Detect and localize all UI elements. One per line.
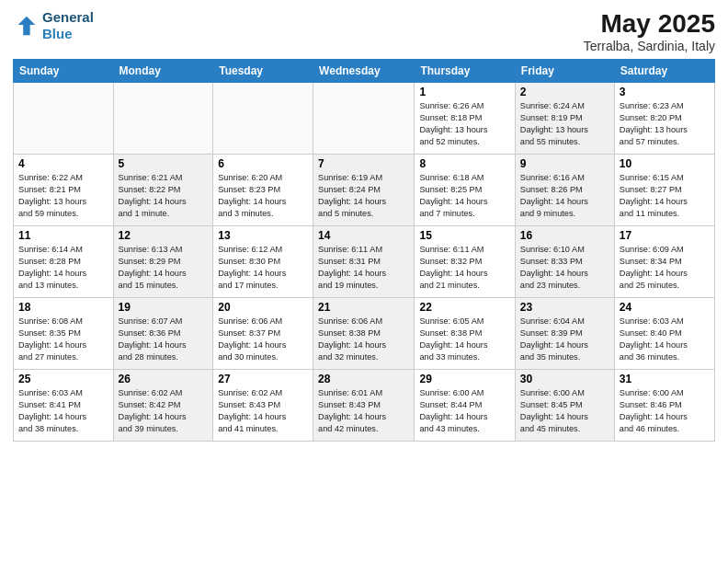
week-row-3: 11Sunrise: 6:14 AM Sunset: 8:28 PM Dayli… (14, 226, 715, 298)
cal-cell (14, 83, 114, 155)
cell-info: Sunrise: 6:01 AM Sunset: 8:43 PM Dayligh… (318, 387, 409, 435)
cal-cell: 20Sunrise: 6:06 AM Sunset: 8:37 PM Dayli… (213, 298, 313, 370)
cell-info: Sunrise: 6:22 AM Sunset: 8:21 PM Dayligh… (18, 172, 108, 220)
title-block: May 2025 Terralba, Sardinia, Italy (584, 9, 715, 53)
cell-info: Sunrise: 6:15 AM Sunset: 8:27 PM Dayligh… (620, 172, 710, 220)
cal-cell: 31Sunrise: 6:00 AM Sunset: 8:46 PM Dayli… (614, 370, 714, 442)
day-number: 5 (119, 157, 209, 170)
day-number: 30 (520, 373, 609, 385)
cell-info: Sunrise: 6:14 AM Sunset: 8:28 PM Dayligh… (18, 244, 108, 292)
cell-info: Sunrise: 6:24 AM Sunset: 8:19 PM Dayligh… (520, 100, 609, 148)
day-number: 2 (520, 86, 609, 98)
cell-info: Sunrise: 6:13 AM Sunset: 8:29 PM Dayligh… (119, 244, 209, 292)
cell-info: Sunrise: 6:04 AM Sunset: 8:39 PM Dayligh… (520, 316, 609, 363)
cal-cell: 6Sunrise: 6:20 AM Sunset: 8:23 PM Daylig… (213, 155, 313, 226)
cell-info: Sunrise: 6:16 AM Sunset: 8:26 PM Dayligh… (520, 172, 609, 220)
cell-info: Sunrise: 6:00 AM Sunset: 8:45 PM Dayligh… (520, 387, 609, 435)
day-number: 28 (318, 373, 409, 385)
cal-cell (113, 83, 213, 155)
day-number: 25 (18, 373, 108, 385)
day-number: 9 (520, 157, 609, 170)
logo-icon (13, 13, 39, 39)
day-number: 1 (419, 86, 509, 98)
week-row-4: 18Sunrise: 6:08 AM Sunset: 8:35 PM Dayli… (14, 298, 715, 370)
page: General Blue May 2025 Terralba, Sardinia… (0, 0, 728, 563)
day-number: 3 (620, 86, 710, 98)
cell-info: Sunrise: 6:02 AM Sunset: 8:43 PM Dayligh… (218, 387, 308, 435)
cal-cell: 8Sunrise: 6:18 AM Sunset: 8:25 PM Daylig… (415, 155, 515, 226)
cal-cell: 30Sunrise: 6:00 AM Sunset: 8:45 PM Dayli… (515, 370, 614, 442)
cal-cell: 29Sunrise: 6:00 AM Sunset: 8:44 PM Dayli… (415, 370, 515, 442)
cell-info: Sunrise: 6:26 AM Sunset: 8:18 PM Dayligh… (419, 100, 509, 148)
cell-info: Sunrise: 6:21 AM Sunset: 8:22 PM Dayligh… (119, 172, 209, 220)
cell-info: Sunrise: 6:18 AM Sunset: 8:25 PM Dayligh… (419, 172, 509, 220)
cal-cell: 27Sunrise: 6:02 AM Sunset: 8:43 PM Dayli… (213, 370, 313, 442)
week-row-5: 25Sunrise: 6:03 AM Sunset: 8:41 PM Dayli… (14, 370, 715, 442)
day-number: 23 (520, 301, 609, 314)
cal-cell: 2Sunrise: 6:24 AM Sunset: 8:19 PM Daylig… (515, 83, 614, 155)
cal-cell: 18Sunrise: 6:08 AM Sunset: 8:35 PM Dayli… (14, 298, 114, 370)
day-number: 16 (520, 229, 609, 242)
day-number: 22 (419, 301, 509, 314)
day-number: 27 (218, 373, 308, 385)
day-number: 18 (18, 301, 108, 314)
svg-marker-0 (18, 17, 36, 36)
day-number: 26 (119, 373, 209, 385)
cell-info: Sunrise: 6:10 AM Sunset: 8:33 PM Dayligh… (520, 244, 609, 292)
day-number: 11 (18, 229, 108, 242)
week-row-2: 4Sunrise: 6:22 AM Sunset: 8:21 PM Daylig… (14, 155, 715, 226)
cal-cell: 9Sunrise: 6:16 AM Sunset: 8:26 PM Daylig… (515, 155, 614, 226)
cell-info: Sunrise: 6:12 AM Sunset: 8:30 PM Dayligh… (218, 244, 308, 292)
day-number: 13 (218, 229, 308, 242)
week-row-1: 1Sunrise: 6:26 AM Sunset: 8:18 PM Daylig… (14, 83, 715, 155)
cal-cell (213, 83, 313, 155)
main-title: May 2025 (584, 9, 715, 39)
day-number: 8 (419, 157, 509, 170)
logo-blue: Blue (42, 26, 73, 41)
cal-cell: 16Sunrise: 6:10 AM Sunset: 8:33 PM Dayli… (515, 226, 614, 298)
day-number: 4 (18, 157, 108, 170)
cell-info: Sunrise: 6:08 AM Sunset: 8:35 PM Dayligh… (18, 316, 108, 363)
cal-cell: 13Sunrise: 6:12 AM Sunset: 8:30 PM Dayli… (213, 226, 313, 298)
cell-info: Sunrise: 6:00 AM Sunset: 8:44 PM Dayligh… (419, 387, 509, 435)
day-number: 10 (620, 157, 710, 170)
cal-cell: 1Sunrise: 6:26 AM Sunset: 8:18 PM Daylig… (415, 83, 515, 155)
calendar: SundayMondayTuesdayWednesdayThursdayFrid… (13, 59, 715, 442)
day-number: 20 (218, 301, 308, 314)
day-number: 29 (419, 373, 509, 385)
header: General Blue May 2025 Terralba, Sardinia… (13, 9, 715, 53)
col-header-wednesday: Wednesday (313, 60, 415, 83)
cell-info: Sunrise: 6:06 AM Sunset: 8:38 PM Dayligh… (318, 316, 409, 363)
col-header-tuesday: Tuesday (213, 60, 313, 83)
day-number: 19 (119, 301, 209, 314)
cell-info: Sunrise: 6:09 AM Sunset: 8:34 PM Dayligh… (620, 244, 710, 292)
cell-info: Sunrise: 6:06 AM Sunset: 8:37 PM Dayligh… (218, 316, 308, 363)
logo-general: General (42, 9, 94, 25)
col-header-saturday: Saturday (614, 60, 714, 83)
day-number: 31 (620, 373, 710, 385)
cal-cell: 12Sunrise: 6:13 AM Sunset: 8:29 PM Dayli… (113, 226, 213, 298)
cal-cell: 21Sunrise: 6:06 AM Sunset: 8:38 PM Dayli… (313, 298, 415, 370)
subtitle: Terralba, Sardinia, Italy (584, 39, 715, 53)
cell-info: Sunrise: 6:00 AM Sunset: 8:46 PM Dayligh… (620, 387, 710, 435)
calendar-header-row: SundayMondayTuesdayWednesdayThursdayFrid… (14, 60, 715, 83)
cell-info: Sunrise: 6:07 AM Sunset: 8:36 PM Dayligh… (119, 316, 209, 363)
cell-info: Sunrise: 6:05 AM Sunset: 8:38 PM Dayligh… (419, 316, 509, 363)
cal-cell: 10Sunrise: 6:15 AM Sunset: 8:27 PM Dayli… (614, 155, 714, 226)
cell-info: Sunrise: 6:03 AM Sunset: 8:41 PM Dayligh… (18, 387, 108, 435)
cell-info: Sunrise: 6:11 AM Sunset: 8:31 PM Dayligh… (318, 244, 409, 292)
cal-cell: 23Sunrise: 6:04 AM Sunset: 8:39 PM Dayli… (515, 298, 614, 370)
cal-cell: 28Sunrise: 6:01 AM Sunset: 8:43 PM Dayli… (313, 370, 415, 442)
day-number: 15 (419, 229, 509, 242)
cal-cell: 7Sunrise: 6:19 AM Sunset: 8:24 PM Daylig… (313, 155, 415, 226)
cal-cell: 22Sunrise: 6:05 AM Sunset: 8:38 PM Dayli… (415, 298, 515, 370)
day-number: 14 (318, 229, 409, 242)
day-number: 17 (620, 229, 710, 242)
cell-info: Sunrise: 6:20 AM Sunset: 8:23 PM Dayligh… (218, 172, 308, 220)
logo-text: General Blue (42, 9, 94, 42)
cal-cell: 15Sunrise: 6:11 AM Sunset: 8:32 PM Dayli… (415, 226, 515, 298)
cal-cell: 24Sunrise: 6:03 AM Sunset: 8:40 PM Dayli… (614, 298, 714, 370)
cell-info: Sunrise: 6:19 AM Sunset: 8:24 PM Dayligh… (318, 172, 409, 220)
cell-info: Sunrise: 6:11 AM Sunset: 8:32 PM Dayligh… (419, 244, 509, 292)
cell-info: Sunrise: 6:23 AM Sunset: 8:20 PM Dayligh… (620, 100, 710, 148)
